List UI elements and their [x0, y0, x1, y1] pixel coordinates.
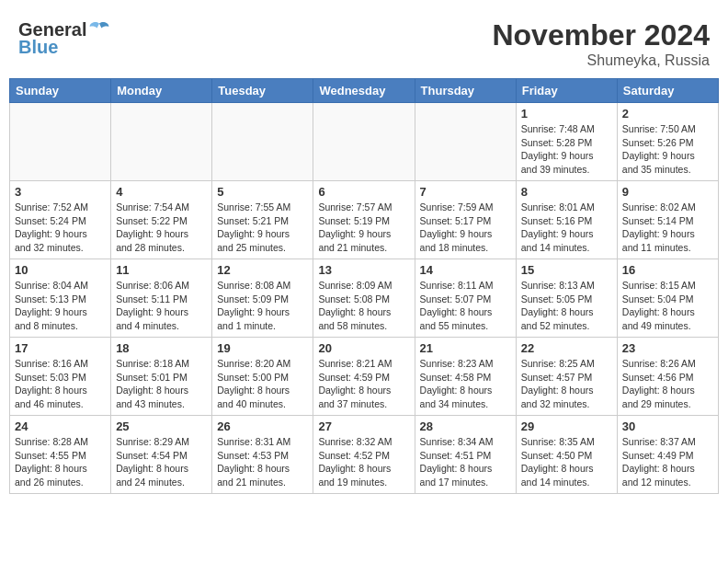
day-header-tuesday: Tuesday	[212, 79, 313, 103]
calendar-cell: 15Sunrise: 8:13 AM Sunset: 5:05 PM Dayli…	[516, 259, 617, 338]
day-info: Sunrise: 8:28 AM Sunset: 4:55 PM Dayligh…	[15, 435, 106, 489]
day-number: 30	[622, 419, 713, 433]
day-number: 4	[116, 185, 207, 199]
day-header-monday: Monday	[111, 79, 212, 103]
day-header-saturday: Saturday	[617, 79, 718, 103]
calendar-cell: 28Sunrise: 8:34 AM Sunset: 4:51 PM Dayli…	[415, 416, 516, 494]
day-number: 6	[318, 185, 409, 199]
day-number: 22	[521, 341, 612, 355]
day-info: Sunrise: 7:54 AM Sunset: 5:22 PM Dayligh…	[116, 201, 207, 255]
calendar-cell	[212, 103, 313, 181]
day-number: 1	[521, 107, 612, 121]
calendar-cell	[313, 103, 415, 181]
day-info: Sunrise: 8:02 AM Sunset: 5:14 PM Dayligh…	[622, 201, 713, 255]
month-title: November 2024	[492, 18, 710, 52]
week-row-3: 10Sunrise: 8:04 AM Sunset: 5:13 PM Dayli…	[10, 259, 719, 338]
calendar-cell: 29Sunrise: 8:35 AM Sunset: 4:50 PM Dayli…	[516, 416, 617, 494]
calendar-cell: 16Sunrise: 8:15 AM Sunset: 5:04 PM Dayli…	[617, 259, 718, 338]
calendar-cell: 20Sunrise: 8:21 AM Sunset: 4:59 PM Dayli…	[313, 338, 415, 416]
calendar-cell: 24Sunrise: 8:28 AM Sunset: 4:55 PM Dayli…	[10, 416, 111, 494]
calendar-cell: 17Sunrise: 8:16 AM Sunset: 5:03 PM Dayli…	[10, 338, 111, 416]
calendar-cell: 26Sunrise: 8:31 AM Sunset: 4:53 PM Dayli…	[212, 416, 313, 494]
day-info: Sunrise: 8:11 AM Sunset: 5:07 PM Dayligh…	[420, 279, 511, 333]
day-info: Sunrise: 8:31 AM Sunset: 4:53 PM Dayligh…	[217, 435, 308, 489]
day-info: Sunrise: 8:20 AM Sunset: 5:00 PM Dayligh…	[217, 357, 308, 411]
week-row-4: 17Sunrise: 8:16 AM Sunset: 5:03 PM Dayli…	[10, 338, 719, 416]
location-title: Shumeyka, Russia	[492, 52, 710, 69]
day-number: 2	[622, 107, 713, 121]
day-info: Sunrise: 8:15 AM Sunset: 5:04 PM Dayligh…	[622, 279, 713, 333]
calendar-cell	[10, 103, 111, 181]
day-number: 13	[318, 263, 409, 277]
calendar-cell: 1Sunrise: 7:48 AM Sunset: 5:28 PM Daylig…	[516, 103, 617, 181]
day-info: Sunrise: 8:29 AM Sunset: 4:54 PM Dayligh…	[116, 435, 207, 489]
day-info: Sunrise: 8:06 AM Sunset: 5:11 PM Dayligh…	[116, 279, 207, 333]
calendar-cell: 25Sunrise: 8:29 AM Sunset: 4:54 PM Dayli…	[111, 416, 212, 494]
calendar-cell: 19Sunrise: 8:20 AM Sunset: 5:00 PM Dayli…	[212, 338, 313, 416]
calendar-cell: 18Sunrise: 8:18 AM Sunset: 5:01 PM Dayli…	[111, 338, 212, 416]
day-info: Sunrise: 8:16 AM Sunset: 5:03 PM Dayligh…	[15, 357, 106, 411]
page-header: General Blue November 2024 Shumeyka, Rus…	[9, 9, 719, 74]
week-row-1: 1Sunrise: 7:48 AM Sunset: 5:28 PM Daylig…	[10, 103, 719, 181]
logo-bird-icon	[88, 18, 110, 40]
day-info: Sunrise: 8:04 AM Sunset: 5:13 PM Dayligh…	[15, 279, 106, 333]
calendar-cell: 14Sunrise: 8:11 AM Sunset: 5:07 PM Dayli…	[415, 259, 516, 338]
logo: General Blue	[18, 18, 110, 58]
day-info: Sunrise: 8:34 AM Sunset: 4:51 PM Dayligh…	[420, 435, 511, 489]
day-number: 8	[521, 185, 612, 199]
calendar-cell: 22Sunrise: 8:25 AM Sunset: 4:57 PM Dayli…	[516, 338, 617, 416]
day-info: Sunrise: 7:57 AM Sunset: 5:19 PM Dayligh…	[318, 201, 409, 255]
day-info: Sunrise: 8:01 AM Sunset: 5:16 PM Dayligh…	[521, 201, 612, 255]
calendar-cell: 8Sunrise: 8:01 AM Sunset: 5:16 PM Daylig…	[516, 181, 617, 259]
day-number: 29	[521, 419, 612, 433]
calendar-cell: 11Sunrise: 8:06 AM Sunset: 5:11 PM Dayli…	[111, 259, 212, 338]
day-header-friday: Friday	[516, 79, 617, 103]
day-number: 23	[622, 341, 713, 355]
calendar-cell: 13Sunrise: 8:09 AM Sunset: 5:08 PM Dayli…	[313, 259, 415, 338]
calendar-cell: 2Sunrise: 7:50 AM Sunset: 5:26 PM Daylig…	[617, 103, 718, 181]
day-info: Sunrise: 8:35 AM Sunset: 4:50 PM Dayligh…	[521, 435, 612, 489]
day-number: 11	[116, 263, 207, 277]
day-number: 18	[116, 341, 207, 355]
day-number: 25	[116, 419, 207, 433]
calendar-cell: 7Sunrise: 7:59 AM Sunset: 5:17 PM Daylig…	[415, 181, 516, 259]
day-number: 9	[622, 185, 713, 199]
day-number: 5	[217, 185, 308, 199]
day-number: 19	[217, 341, 308, 355]
day-number: 24	[15, 419, 106, 433]
day-number: 16	[622, 263, 713, 277]
calendar-cell: 30Sunrise: 8:37 AM Sunset: 4:49 PM Dayli…	[617, 416, 718, 494]
week-row-2: 3Sunrise: 7:52 AM Sunset: 5:24 PM Daylig…	[10, 181, 719, 259]
day-info: Sunrise: 8:21 AM Sunset: 4:59 PM Dayligh…	[318, 357, 409, 411]
day-number: 27	[318, 419, 409, 433]
day-info: Sunrise: 7:59 AM Sunset: 5:17 PM Dayligh…	[420, 201, 511, 255]
day-info: Sunrise: 8:37 AM Sunset: 4:49 PM Dayligh…	[622, 435, 713, 489]
calendar-cell: 9Sunrise: 8:02 AM Sunset: 5:14 PM Daylig…	[617, 181, 718, 259]
day-info: Sunrise: 8:26 AM Sunset: 4:56 PM Dayligh…	[622, 357, 713, 411]
calendar-cell: 10Sunrise: 8:04 AM Sunset: 5:13 PM Dayli…	[10, 259, 111, 338]
calendar-cell: 4Sunrise: 7:54 AM Sunset: 5:22 PM Daylig…	[111, 181, 212, 259]
day-number: 3	[15, 185, 106, 199]
day-number: 12	[217, 263, 308, 277]
day-header-thursday: Thursday	[415, 79, 516, 103]
day-number: 20	[318, 341, 409, 355]
day-number: 26	[217, 419, 308, 433]
calendar-cell: 23Sunrise: 8:26 AM Sunset: 4:56 PM Dayli…	[617, 338, 718, 416]
day-number: 21	[420, 341, 511, 355]
day-info: Sunrise: 8:09 AM Sunset: 5:08 PM Dayligh…	[318, 279, 409, 333]
day-info: Sunrise: 7:50 AM Sunset: 5:26 PM Dayligh…	[622, 122, 713, 177]
day-info: Sunrise: 8:32 AM Sunset: 4:52 PM Dayligh…	[318, 435, 409, 489]
calendar-cell: 21Sunrise: 8:23 AM Sunset: 4:58 PM Dayli…	[415, 338, 516, 416]
days-header-row: SundayMondayTuesdayWednesdayThursdayFrid…	[10, 79, 719, 103]
calendar-cell: 27Sunrise: 8:32 AM Sunset: 4:52 PM Dayli…	[313, 416, 415, 494]
calendar-cell	[415, 103, 516, 181]
calendar-cell: 3Sunrise: 7:52 AM Sunset: 5:24 PM Daylig…	[10, 181, 111, 259]
day-info: Sunrise: 7:48 AM Sunset: 5:28 PM Dayligh…	[521, 122, 612, 177]
calendar-cell	[111, 103, 212, 181]
day-header-sunday: Sunday	[10, 79, 111, 103]
day-info: Sunrise: 8:13 AM Sunset: 5:05 PM Dayligh…	[521, 279, 612, 333]
day-info: Sunrise: 8:23 AM Sunset: 4:58 PM Dayligh…	[420, 357, 511, 411]
day-number: 10	[15, 263, 106, 277]
day-info: Sunrise: 8:25 AM Sunset: 4:57 PM Dayligh…	[521, 357, 612, 411]
calendar-table: SundayMondayTuesdayWednesdayThursdayFrid…	[9, 78, 719, 494]
